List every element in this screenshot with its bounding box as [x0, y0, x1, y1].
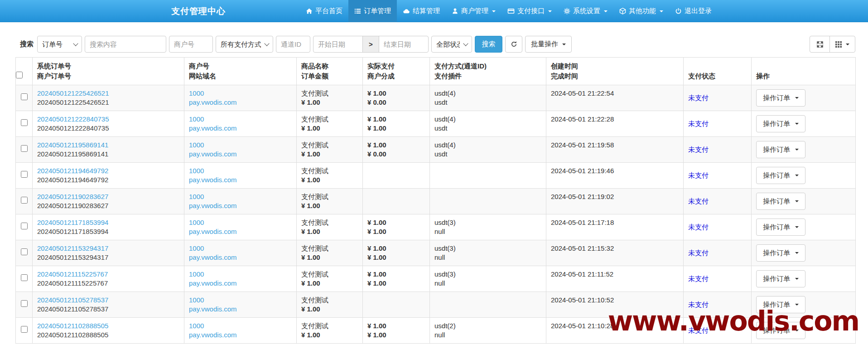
system-order-link[interactable]: 2024050121153294317 [37, 244, 179, 253]
row-checkbox[interactable] [21, 197, 28, 204]
refresh-button[interactable] [505, 36, 522, 53]
domain-link[interactable]: pay.vwodis.com [189, 98, 292, 107]
merchant-id-link[interactable]: 1000 [189, 192, 292, 201]
domain-link[interactable]: pay.vwodis.com [189, 124, 292, 133]
end-date-input[interactable] [379, 36, 429, 53]
merchant-id-link[interactable]: 1000 [189, 244, 292, 253]
power-icon [675, 8, 682, 15]
channel-id-input[interactable] [276, 36, 310, 53]
nav-item-4[interactable]: 支付接口 [502, 0, 558, 22]
merchant-order-no: 2024050121153294317 [37, 253, 179, 262]
system-order-link[interactable]: 2024050121222840735 [37, 115, 179, 124]
row-checkbox[interactable] [21, 119, 28, 126]
start-date-input[interactable] [313, 36, 363, 53]
order-action-button[interactable]: 操作订单 [756, 89, 805, 107]
col-time: 创建时间完成时间 [546, 58, 684, 85]
row-checkbox[interactable] [21, 93, 28, 100]
order-action-button[interactable]: 操作订单 [756, 244, 805, 262]
row-checkbox[interactable] [21, 248, 28, 255]
order-action-button[interactable]: 操作订单 [756, 219, 805, 236]
system-order-link[interactable]: 2024050121194649792 [37, 166, 179, 175]
order-action-button[interactable]: 操作订单 [756, 296, 805, 313]
nav-item-2[interactable]: 结算管理 [397, 0, 446, 22]
domain-link[interactable]: pay.vwodis.com [189, 201, 292, 210]
nav-item-1[interactable]: 订单管理 [348, 0, 397, 22]
search-button[interactable]: 搜索 [475, 36, 502, 53]
pay-plugin: usdt [434, 150, 541, 159]
row-checkbox[interactable] [21, 326, 28, 333]
merchant-id-link[interactable]: 1000 [189, 321, 292, 330]
domain-link[interactable]: pay.vwodis.com [189, 175, 292, 185]
created-time: 2024-05-01 21:17:18 [551, 218, 679, 227]
domain-link[interactable]: pay.vwodis.com [189, 253, 292, 262]
merchant-id-link[interactable]: 1000 [189, 141, 292, 150]
nav-item-7[interactable]: 退出登录 [669, 0, 718, 22]
row-checkbox[interactable] [21, 223, 28, 229]
pay-type: usdt(3) [434, 270, 541, 279]
domain-link[interactable]: pay.vwodis.com [189, 279, 292, 288]
merchant-input[interactable] [169, 36, 213, 53]
table-body: 2024050121225426521 2024050121225426521 … [16, 85, 856, 344]
share-amount: ¥ 0.00 [367, 150, 425, 159]
order-action-button[interactable]: 操作订单 [756, 270, 805, 287]
domain-link[interactable]: pay.vwodis.com [189, 227, 292, 236]
paytype-select[interactable]: 所有支付方式 [216, 36, 273, 53]
domain-link[interactable]: pay.vwodis.com [189, 305, 292, 314]
merchant-id-link[interactable]: 1000 [189, 166, 292, 175]
caret-down-icon [795, 200, 799, 202]
row-checkbox[interactable] [21, 145, 28, 152]
nav-item-0[interactable]: 平台首页 [300, 0, 348, 22]
fullscreen-button[interactable] [810, 36, 830, 53]
created-time: 2024-05-01 21:11:52 [551, 270, 679, 279]
created-time: 2024-05-01 21:10:28 [551, 321, 679, 330]
search-field-select[interactable]: 订单号 [37, 36, 82, 53]
system-order-link[interactable]: 2024050121105278537 [37, 296, 179, 305]
batch-actions-button[interactable]: 批量操作 [525, 36, 572, 53]
product-name: 支付测试 [301, 321, 358, 330]
table-header-row: 系统订单号商户订单号 商户号网站域名 商品名称订单金额 实际支付商户分成 支付方… [16, 58, 856, 85]
product-name: 支付测试 [301, 244, 358, 253]
pay-type: usdt(3) [434, 244, 541, 253]
domain-link[interactable]: pay.vwodis.com [189, 330, 292, 340]
order-action-button[interactable]: 操作订单 [756, 115, 805, 132]
order-action-button[interactable]: 操作订单 [756, 141, 805, 158]
system-order-link[interactable]: 2024050121225426521 [37, 89, 179, 98]
system-order-link[interactable]: 2024050121190283627 [37, 192, 179, 201]
order-amount: ¥ 1.00 [301, 201, 358, 210]
merchant-id-link[interactable]: 1000 [189, 270, 292, 279]
table-row: 2024050121190283627 2024050121190283627 … [16, 189, 856, 214]
merchant-id-link[interactable]: 1000 [189, 296, 292, 305]
columns-button[interactable] [829, 36, 855, 53]
order-amount: ¥ 1.00 [301, 227, 358, 236]
select-all-checkbox[interactable] [16, 72, 23, 78]
nav-item-5[interactable]: 系统设置 [558, 0, 613, 22]
paid-amount: ¥ 1.00 [367, 244, 425, 253]
caret-down-icon [604, 10, 608, 12]
pay-type: usdt(4) [434, 89, 541, 98]
system-order-link[interactable]: 2024050121102888505 [37, 321, 179, 330]
domain-link[interactable]: pay.vwodis.com [189, 150, 292, 159]
status-select[interactable]: 全部状态 [431, 36, 472, 53]
system-order-link[interactable]: 2024050121171853994 [37, 218, 179, 227]
nav-item-6[interactable]: 其他功能 [613, 0, 669, 22]
row-checkbox[interactable] [21, 300, 28, 307]
order-action-button[interactable]: 操作订单 [756, 322, 805, 339]
merchant-order-no: 2024050121102888505 [37, 330, 179, 340]
system-order-link[interactable]: 2024050121115225767 [37, 270, 179, 279]
nav-item-3[interactable]: 商户管理 [446, 0, 502, 22]
card-icon [507, 8, 515, 15]
pay-plugin: usdt [434, 98, 541, 107]
merchant-id-link[interactable]: 1000 [189, 115, 292, 124]
product-name: 支付测试 [301, 296, 358, 305]
row-checkbox[interactable] [21, 274, 28, 281]
caret-down-icon [795, 149, 799, 151]
share-amount: ¥ 1.00 [367, 253, 425, 262]
row-checkbox[interactable] [21, 171, 28, 178]
merchant-id-link[interactable]: 1000 [189, 89, 292, 98]
merchant-id-link[interactable]: 1000 [189, 218, 292, 227]
keyword-input[interactable] [85, 36, 166, 53]
paid-amount [367, 192, 425, 201]
order-action-button[interactable]: 操作订单 [756, 193, 805, 210]
system-order-link[interactable]: 2024050121195869141 [37, 141, 179, 150]
order-action-button[interactable]: 操作订单 [756, 167, 805, 184]
